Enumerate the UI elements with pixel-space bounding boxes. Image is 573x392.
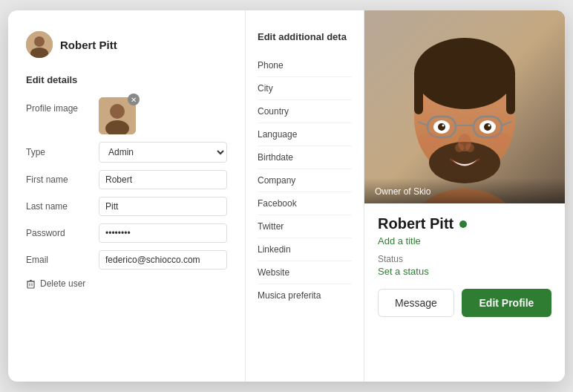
status-label: Status	[378, 254, 551, 264]
profile-image-wrapper: ✕	[99, 97, 136, 134]
city-field[interactable]: City	[258, 77, 352, 100]
musica-preferita-field[interactable]: Musica preferita	[258, 284, 352, 307]
type-field-row: Type Admin User Manager	[26, 142, 227, 163]
edit-profile-button[interactable]: Edit Profile	[462, 289, 551, 317]
firstname-field-row: First name	[26, 170, 227, 189]
facebook-field[interactable]: Facebook	[258, 192, 352, 215]
password-input[interactable]	[99, 223, 227, 243]
modal-container: Robert Pitt Edit details Profile image ✕…	[8, 10, 565, 382]
middle-panel: Edit additional deta Phone City Country …	[246, 10, 364, 382]
owner-tag: Owner of Skio	[375, 186, 430, 197]
set-status-link[interactable]: Set a status	[378, 266, 551, 277]
profile-info: Robert Pitt Add a title Status Set a sta…	[364, 203, 565, 382]
user-header: Robert Pitt	[26, 31, 227, 58]
profile-name-row: Robert Pitt	[378, 215, 551, 232]
email-field-row: Email	[26, 250, 227, 270]
linkedin-field[interactable]: Linkedin	[258, 238, 352, 261]
avatar	[26, 31, 53, 58]
password-field-row: Password	[26, 223, 227, 243]
svg-point-24	[438, 123, 445, 131]
left-panel: Robert Pitt Edit details Profile image ✕…	[8, 10, 246, 382]
firstname-label: First name	[26, 174, 93, 185]
remove-image-button[interactable]: ✕	[128, 94, 140, 105]
add-title-link[interactable]: Add a title	[378, 235, 551, 246]
svg-point-27	[484, 123, 491, 131]
phone-field[interactable]: Phone	[258, 54, 352, 77]
svg-rect-16	[506, 70, 515, 114]
profile-photo: Owner of Skio	[364, 10, 565, 203]
trash-icon	[26, 279, 36, 289]
svg-rect-15	[414, 70, 423, 114]
type-label: Type	[26, 147, 93, 157]
action-buttons: Message Edit Profile	[378, 289, 551, 317]
email-input[interactable]	[99, 250, 227, 270]
right-panel: Owner of Skio Robert Pitt Add a title St…	[364, 10, 565, 382]
additional-section-title: Edit additional deta	[258, 31, 352, 42]
firstname-input[interactable]	[99, 170, 227, 189]
svg-point-14	[414, 38, 515, 109]
profile-image-row: Profile image ✕	[26, 97, 227, 134]
svg-point-4	[110, 104, 125, 119]
svg-point-32	[419, 133, 441, 148]
language-field[interactable]: Language	[258, 123, 352, 146]
type-select[interactable]: Admin User Manager	[99, 142, 227, 163]
delete-user-row[interactable]: Delete user	[26, 278, 227, 289]
online-status-dot	[459, 220, 467, 228]
edit-details-title: Edit details	[26, 74, 227, 85]
svg-point-25	[442, 125, 445, 127]
lastname-label: Last name	[26, 201, 93, 212]
user-name-header: Robert Pitt	[60, 39, 117, 51]
svg-point-28	[488, 125, 491, 127]
company-field[interactable]: Company	[258, 169, 352, 192]
svg-point-1	[34, 36, 45, 47]
svg-point-33	[488, 133, 511, 148]
website-field[interactable]: Website	[258, 261, 352, 284]
profile-full-name: Robert Pitt	[378, 215, 454, 232]
password-label: Password	[26, 228, 93, 238]
country-field[interactable]: Country	[258, 100, 352, 123]
lastname-field-row: Last name	[26, 197, 227, 216]
email-label: Email	[26, 255, 93, 265]
svg-point-31	[465, 143, 474, 152]
profile-image-label: Profile image	[26, 97, 93, 114]
birthdate-field[interactable]: Birthdate	[258, 146, 352, 169]
svg-rect-6	[27, 281, 34, 288]
delete-user-label: Delete user	[40, 278, 85, 289]
profile-photo-overlay: Owner of Skio	[364, 178, 565, 203]
message-button[interactable]: Message	[378, 289, 454, 317]
lastname-input[interactable]	[99, 197, 227, 216]
svg-point-30	[455, 143, 464, 152]
twitter-field[interactable]: Twitter	[258, 215, 352, 238]
